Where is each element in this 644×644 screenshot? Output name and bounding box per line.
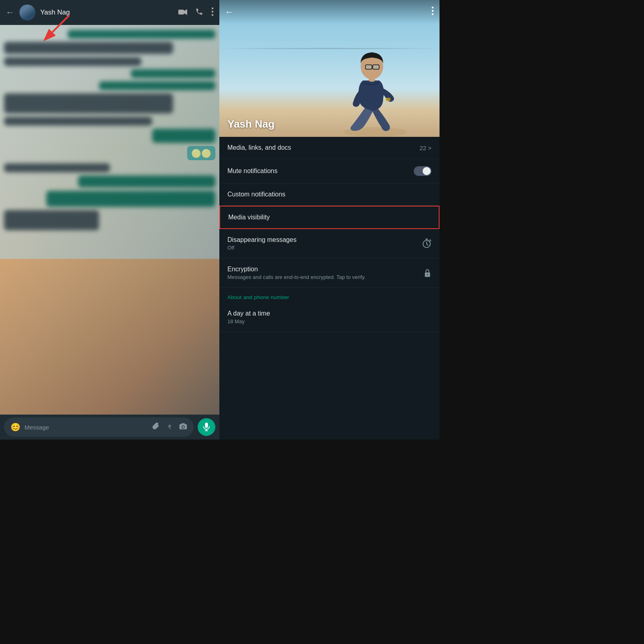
contact-name[interactable]: Yash Nag (40, 8, 173, 17)
settings-item-title: Disappearing messages (227, 236, 422, 244)
settings-item-title: Media, links, and docs (227, 144, 419, 151)
settings-item-content: Encryption Messages and calls are end-to… (227, 266, 423, 280)
settings-item-title: Media visibility (228, 214, 431, 221)
more-options-icon[interactable] (211, 7, 214, 18)
chat-background: 🟡🟡 (0, 25, 219, 415)
camera-button[interactable] (179, 423, 187, 432)
message-bubble (4, 93, 173, 114)
settings-item-encryption[interactable]: Encryption Messages and calls are end-to… (219, 258, 440, 288)
message-bubble (4, 163, 110, 172)
svg-rect-13 (365, 65, 372, 69)
profile-header-bar: ← (219, 0, 440, 24)
toggle-knob (423, 167, 431, 175)
message-bubble (68, 30, 216, 39)
settings-item-content: Custom notifications (227, 191, 431, 198)
settings-item-content: Disappearing messages Off (227, 236, 422, 251)
mute-toggle[interactable] (414, 166, 431, 176)
message-bubble (46, 191, 215, 207)
back-button[interactable]: ← (6, 7, 14, 18)
settings-item-content: Mute notifications (227, 167, 414, 175)
settings-list: Media, links, and docs 22 > Mute notific… (219, 137, 440, 440)
timer-icon (422, 239, 431, 248)
settings-item-custom-notifications[interactable]: Custom notifications (219, 184, 440, 206)
rupee-button[interactable]: ₹ (164, 421, 175, 433)
svg-point-3 (212, 10, 214, 12)
chat-header: ← Yash Nag (0, 0, 219, 25)
settings-item-title: A day at a time (227, 310, 431, 317)
attach-button[interactable] (153, 423, 160, 432)
message-bubble (152, 129, 216, 143)
profile-image-area: ← Yash Nag (219, 0, 440, 137)
message-bubble (131, 69, 215, 78)
settings-item-media[interactable]: Media, links, and docs 22 > (219, 137, 440, 159)
settings-item-subtitle: Off (227, 245, 422, 251)
message-bubble (78, 175, 215, 188)
svg-rect-0 (178, 10, 184, 14)
svg-rect-14 (373, 65, 379, 69)
settings-item-content: Media, links, and docs (227, 144, 419, 151)
left-chat-panel: ← Yash Nag (0, 0, 219, 440)
settings-item-title: Encryption (227, 266, 423, 273)
message-bubble (4, 57, 141, 66)
settings-item-about[interactable]: A day at a time 18 May (219, 303, 440, 332)
phone-call-icon[interactable] (195, 8, 203, 18)
settings-item-content: A day at a time 18 May (227, 310, 431, 324)
message-bubble (4, 117, 152, 126)
message-input-placeholder: Message (25, 424, 149, 431)
svg-point-26 (427, 274, 428, 275)
chat-input-bar: 😊 Message ₹ (0, 415, 219, 440)
message-bubble (99, 81, 215, 90)
message-bubble (4, 210, 99, 230)
video-call-icon[interactable] (178, 8, 187, 17)
settings-item-right: 22 > (419, 144, 431, 151)
profile-name: Yash Nag (227, 118, 275, 130)
svg-point-2 (212, 7, 214, 9)
message-bubble (4, 42, 173, 54)
profile-back-button[interactable]: ← (225, 7, 234, 17)
settings-item-media-visibility[interactable]: Media visibility (219, 206, 440, 229)
settings-item-title: Mute notifications (227, 167, 414, 175)
lock-icon (423, 268, 431, 277)
settings-item-disappearing[interactable]: Disappearing messages Off (219, 229, 440, 258)
section-label-about: About and phone number (219, 288, 440, 303)
message-input-container[interactable]: 😊 Message ₹ (4, 417, 194, 437)
profile-more-options[interactable] (431, 6, 434, 18)
right-profile-panel: ← Yash Nag Media, links, and docs 22 > (219, 0, 440, 440)
settings-item-subtitle: 18 May (227, 318, 431, 324)
svg-rect-7 (205, 423, 208, 428)
settings-item-subtitle: Messages and calls are end-to-end encryp… (227, 274, 423, 280)
mic-button[interactable] (198, 418, 215, 436)
svg-point-19 (432, 13, 434, 15)
settings-item-content: Media visibility (228, 214, 431, 221)
avatar[interactable] (19, 4, 35, 21)
svg-point-4 (212, 14, 214, 16)
svg-point-17 (432, 6, 434, 8)
settings-item-title: Custom notifications (227, 191, 431, 198)
settings-item-right (414, 166, 431, 176)
svg-marker-1 (184, 9, 187, 15)
header-icons (178, 7, 214, 18)
svg-rect-16 (386, 98, 390, 101)
svg-point-18 (432, 10, 434, 12)
settings-item-mute[interactable]: Mute notifications (219, 159, 440, 184)
emoji-button[interactable]: 😊 (10, 422, 21, 432)
